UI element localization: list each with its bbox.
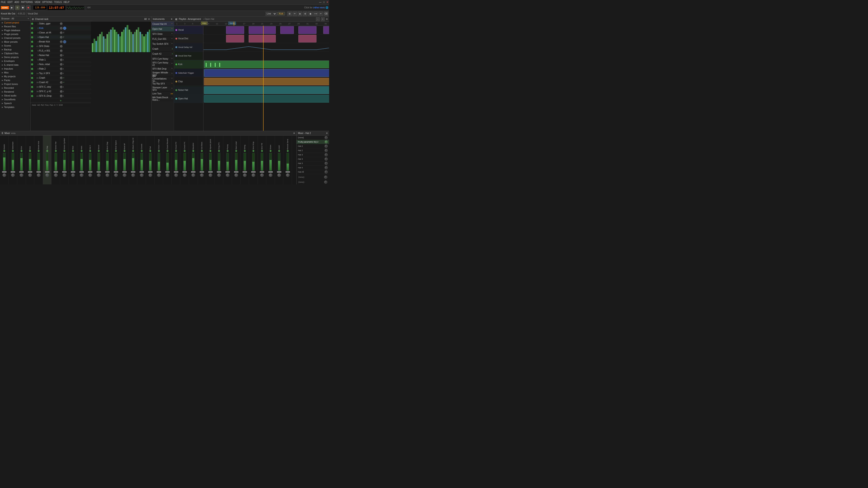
fader-handle[interactable]: [131, 171, 135, 173]
mixer-track-attack-clap-10[interactable]: Attack Clap 10: [129, 135, 137, 184]
channel-selector[interactable]: Kick: [277, 12, 285, 15]
track-knob[interactable]: [80, 173, 84, 177]
ch-active-btn[interactable]: [31, 90, 33, 93]
mixer-track-sine-fill[interactable]: Sine Fill: [258, 135, 266, 184]
step-bar[interactable]: [141, 34, 143, 52]
line-mode-select[interactable]: Line Curve: [266, 12, 277, 16]
step-bar[interactable]: [129, 30, 130, 52]
ch-vol[interactable]: [60, 76, 63, 79]
instr-item-openhat[interactable]: Open Hat ⌃: [151, 27, 174, 32]
ch-active-btn[interactable]: [31, 32, 33, 34]
mixer-track-bassline[interactable]: Bassline: [189, 135, 197, 184]
fader-handle[interactable]: [11, 171, 15, 173]
tool-draw[interactable]: ✏: [292, 11, 297, 16]
sidebar-item-impulses[interactable]: ▶ Impulses: [0, 67, 30, 71]
track-active-btn[interactable]: [124, 150, 125, 152]
playlist-zoom-in[interactable]: +: [321, 18, 324, 21]
fader-handle[interactable]: [285, 171, 290, 173]
track-knob[interactable]: [140, 173, 144, 177]
track-active-btn[interactable]: [175, 150, 177, 152]
tool-cut[interactable]: ✂: [318, 11, 323, 16]
ch-add[interactable]: +: [63, 81, 64, 84]
ch-vol[interactable]: [60, 90, 63, 93]
tool-mute[interactable]: ◉: [308, 11, 313, 16]
track-knob[interactable]: [71, 173, 75, 177]
window-minimize[interactable]: —: [319, 1, 321, 3]
step-bar[interactable]: [136, 30, 137, 52]
clip-openhat-full[interactable]: [204, 95, 329, 103]
track-label-kick[interactable]: Kick: [174, 60, 203, 69]
tool-select[interactable]: ◈: [298, 11, 302, 16]
step-bar[interactable]: [99, 34, 101, 52]
track-knob[interactable]: [174, 173, 178, 177]
send-knob[interactable]: [324, 149, 328, 152]
mixer-track-chords[interactable]: Chords: [137, 135, 146, 184]
channel-row-ride2[interactable]: 8 Ride 2 I: [31, 67, 91, 71]
track-active-btn[interactable]: [210, 150, 211, 152]
fader-handle[interactable]: [62, 171, 67, 173]
mixer-track-chop-fx[interactable]: Chop FX: [215, 135, 223, 184]
track-active-btn[interactable]: [46, 150, 48, 152]
channel-add-row[interactable]: +: [31, 98, 91, 103]
clip[interactable]: [226, 35, 244, 42]
eq-item-hat3[interactable]: Hat 3: [297, 153, 329, 157]
ch-active-btn[interactable]: [31, 86, 33, 88]
playlist-zoom-out[interactable]: -: [316, 18, 320, 21]
fader-handle[interactable]: [157, 171, 161, 173]
mixer-track-chord-fx[interactable]: Chord FX: [180, 135, 189, 184]
menu-help[interactable]: HELP: [64, 1, 69, 3]
mixer-track-plucky[interactable]: Plucky: [223, 135, 232, 184]
fader-handle[interactable]: [268, 171, 273, 173]
channel-row-sidechain[interactable]: 1 Sidec..gger: [31, 22, 91, 26]
sidebar-item-sliced-audio[interactable]: ▶ Sliced audio: [0, 94, 30, 98]
channel-row-sfx8drop[interactable]: 44 SFX 8..Drop I: [31, 94, 91, 98]
ch-active-btn[interactable]: [31, 50, 33, 52]
eq-item-hat2[interactable]: Hat 2: [297, 144, 329, 149]
menu-add[interactable]: ADD: [14, 1, 19, 3]
clip[interactable]: [298, 35, 316, 42]
track-active-btn[interactable]: [201, 150, 203, 152]
eq-item-fruity-eq[interactable]: Fruity parametric EQ 2: [297, 140, 329, 144]
instr-item-sfxdisto[interactable]: SFX Disto ⌃: [151, 32, 174, 37]
ch-vol[interactable]: [60, 63, 63, 66]
track-label-sidechain[interactable]: Sidechain Trigger: [174, 69, 203, 77]
clip[interactable]: [249, 26, 276, 34]
track-active-btn[interactable]: [132, 150, 134, 152]
mixer-track-snare[interactable]: Snare: [266, 135, 275, 184]
step-bar[interactable]: [127, 25, 128, 52]
fader-handle[interactable]: [277, 171, 281, 173]
track-knob[interactable]: [11, 173, 15, 177]
track-knob[interactable]: [45, 173, 49, 177]
track-knob[interactable]: [183, 173, 186, 177]
window-close[interactable]: ✕: [327, 1, 328, 3]
clip-sidechain-full[interactable]: [204, 69, 329, 77]
mixer-track-noise-cymbal[interactable]: Noise Cymbal: [60, 135, 69, 184]
mixer-track-noise-hat[interactable]: Noise Hat: [52, 135, 60, 184]
mixer-track-chord-reverb[interactable]: Chord Reverb: [163, 135, 172, 184]
track-knob[interactable]: [28, 173, 32, 177]
ch-active-btn[interactable]: [31, 59, 33, 61]
track-active-btn[interactable]: [89, 150, 91, 152]
step-bar[interactable]: [108, 32, 110, 52]
track-active-btn[interactable]: [141, 150, 143, 152]
ch-extra-btn[interactable]: [63, 27, 66, 30]
clip-kick-full[interactable]: [204, 61, 329, 68]
step-bar[interactable]: [118, 34, 119, 52]
step-bar[interactable]: [123, 30, 125, 52]
mixer-track-break-kick[interactable]: Break Kick: [34, 135, 43, 184]
step-bar[interactable]: [95, 41, 97, 52]
track-knob[interactable]: [131, 173, 135, 177]
fader-handle[interactable]: [191, 171, 195, 173]
instr-item-sfxcymnoisy[interactable]: SFX Cym Noisy ⌃: [151, 57, 174, 61]
mixer-track-hats[interactable]: Hats: [77, 135, 86, 184]
step-bar[interactable]: [145, 34, 147, 52]
track-knob[interactable]: [2, 173, 6, 177]
track-active-btn[interactable]: [12, 150, 14, 152]
mixer-close[interactable]: ✕: [293, 132, 295, 134]
playlist-close[interactable]: ✕: [326, 18, 328, 20]
ch-vol[interactable]: [60, 31, 63, 34]
instr-item-crash[interactable]: Crash +: [151, 46, 174, 52]
instr-item-stomper[interactable]: Stomper Lazer SFX ⌃: [151, 86, 174, 91]
ch-active-btn[interactable]: [31, 95, 33, 97]
step-bar[interactable]: [101, 32, 103, 52]
